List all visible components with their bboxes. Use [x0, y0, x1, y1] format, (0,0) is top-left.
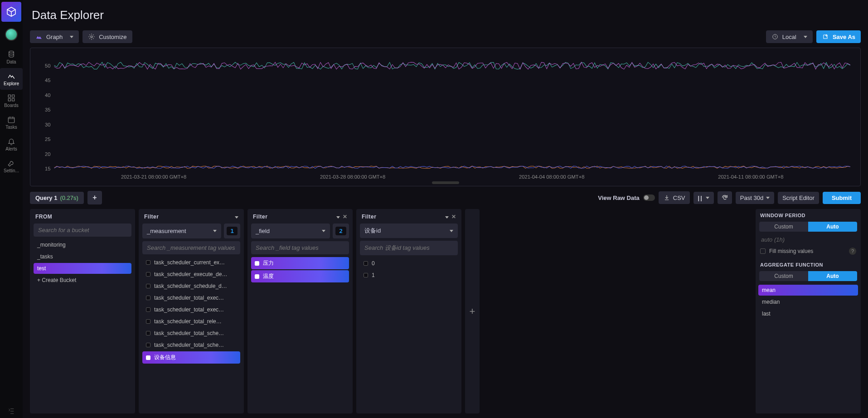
aggregate-auto[interactable]: Auto — [808, 271, 857, 281]
chevron-down-icon[interactable] — [445, 216, 449, 219]
chevron-down-icon — [706, 197, 709, 199]
svg-text:35: 35 — [45, 107, 50, 112]
save-as-button[interactable]: Save As — [816, 30, 861, 43]
list-item[interactable]: median — [758, 296, 858, 307]
list-item[interactable]: _tasks — [34, 251, 131, 262]
export-icon — [822, 33, 829, 40]
tag-value-search[interactable]: Search _measurement tag values — [142, 241, 240, 254]
tag-value-search[interactable]: Search 设备id tag values — [360, 241, 458, 255]
nav-boards[interactable]: Boards — [0, 90, 23, 112]
filter-column-device: Filter ✕ 设备id Search 设备id tag values 01 — [356, 209, 461, 413]
csv-button[interactable]: CSV — [659, 191, 690, 204]
window-custom[interactable]: Custom — [759, 222, 808, 232]
timezone-dropdown[interactable]: Local — [766, 30, 813, 43]
help-icon[interactable]: ? — [849, 248, 856, 255]
explore-icon — [7, 72, 15, 80]
list-item[interactable]: task_scheduler_schedule_d… — [142, 281, 240, 292]
refresh-button[interactable] — [718, 191, 732, 204]
nav-data[interactable]: Data — [0, 46, 23, 68]
aggregate-custom[interactable]: Custom — [759, 271, 808, 281]
app-logo[interactable] — [1, 2, 21, 22]
svg-text:25: 25 — [45, 136, 50, 142]
avatar[interactable] — [5, 28, 18, 41]
fill-label: Fill missing values — [769, 248, 813, 254]
list-item[interactable]: last — [758, 308, 858, 319]
chevron-down-icon — [322, 230, 325, 232]
nav-explore[interactable]: Explore — [0, 68, 23, 90]
list-item-label: 压力 — [263, 259, 274, 267]
tag-key-dropdown[interactable]: 设备id — [360, 224, 458, 238]
time-range-dropdown[interactable]: Past 30d — [736, 192, 774, 204]
cube-icon — [6, 6, 17, 17]
tag-key-dropdown[interactable]: _measurement — [142, 224, 221, 238]
close-icon[interactable]: ✕ — [451, 214, 456, 220]
list-item[interactable]: + Create Bucket — [34, 275, 131, 286]
resize-handle[interactable] — [432, 181, 459, 184]
svg-text:40: 40 — [45, 92, 50, 98]
svg-point-6 — [91, 36, 92, 38]
script-editor-button[interactable]: Script Editor — [778, 192, 819, 204]
customize-button[interactable]: Customize — [82, 30, 132, 43]
checkbox-icon — [255, 261, 259, 266]
submit-button[interactable]: Submit — [823, 192, 861, 204]
add-query-button[interactable]: + — [87, 191, 102, 204]
close-icon[interactable]: ✕ — [343, 214, 348, 220]
fill-missing-toggle[interactable]: Fill missing values ? — [756, 246, 861, 258]
checkbox-icon — [146, 284, 150, 288]
aggregate-toggle[interactable]: Custom Auto — [759, 271, 857, 281]
list-item-label: task_scheduler_total_exec… — [154, 295, 224, 301]
filter-title: Filter — [144, 214, 159, 220]
nav-alerts[interactable]: Alerts — [0, 133, 23, 155]
aggregate-panel: WINDOW PERIOD Custom Auto auto (1h) Fill… — [756, 209, 861, 413]
query-tab[interactable]: Query 1 (0.27s) — [30, 192, 84, 204]
plus-icon: + — [470, 306, 475, 317]
nav-label: Tasks — [5, 125, 17, 130]
checkbox-icon — [760, 248, 766, 254]
bell-icon — [7, 137, 15, 146]
list-item[interactable]: 设备信息 — [142, 351, 240, 364]
chevron-down-icon[interactable] — [336, 216, 340, 219]
svg-rect-2 — [12, 95, 15, 97]
list-item[interactable]: task_scheduler_total_exec… — [142, 292, 240, 303]
nav-settings[interactable]: Settin... — [0, 155, 23, 177]
bucket-search[interactable]: Search for a bucket — [34, 224, 131, 237]
refresh-dropdown[interactable]: || — [693, 192, 714, 204]
filter-column-measurement: Filter _measurement 1 Search _measuremen… — [139, 209, 244, 413]
add-filter-button[interactable]: + — [465, 209, 480, 413]
list-item[interactable]: task_scheduler_total_sche… — [142, 328, 240, 339]
view-type-dropdown[interactable]: Graph — [30, 30, 79, 43]
sidebar-collapse[interactable] — [0, 404, 23, 418]
list-item[interactable]: 1 — [360, 270, 458, 281]
list-item[interactable]: task_scheduler_total_exec… — [142, 304, 240, 315]
view-raw-data-toggle[interactable]: View Raw Data — [598, 194, 655, 201]
list-item-label: task_scheduler_schedule_d… — [154, 283, 227, 289]
list-item-label: + Create Bucket — [37, 277, 76, 283]
window-auto[interactable]: Auto — [808, 222, 857, 232]
list-item-label: task_scheduler_total_sche… — [154, 342, 224, 348]
list-item-label: median — [762, 299, 780, 305]
from-title: FROM — [35, 214, 52, 220]
list-item-label: _monitoring — [37, 242, 66, 248]
nav-tasks[interactable]: Tasks — [0, 112, 23, 133]
list-item-label: test — [37, 265, 46, 272]
time-series-chart[interactable]: 15202530354045502021-03-21 08:00:00 GMT+… — [36, 55, 855, 182]
list-item-label: 1 — [372, 272, 375, 278]
list-item[interactable]: task_scheduler_current_ex… — [142, 257, 240, 268]
list-item[interactable]: task_scheduler_total_rele… — [142, 316, 240, 327]
list-item[interactable]: 压力 — [251, 257, 349, 269]
list-item[interactable]: test — [34, 263, 131, 274]
list-item[interactable]: 温度 — [251, 270, 349, 282]
list-item[interactable]: 0 — [360, 258, 458, 269]
checkbox-icon — [146, 260, 150, 265]
download-icon — [663, 194, 670, 201]
list-item[interactable]: mean — [758, 285, 858, 296]
window-toggle[interactable]: Custom Auto — [759, 222, 857, 232]
chevron-down-icon[interactable] — [235, 216, 238, 219]
chevron-down-icon — [450, 230, 453, 232]
tag-key-dropdown[interactable]: _field — [251, 224, 330, 238]
tag-value-search[interactable]: Search _field tag values — [251, 241, 349, 254]
list-item[interactable]: task_scheduler_execute_de… — [142, 269, 240, 280]
list-item[interactable]: _monitoring — [34, 239, 131, 250]
filter-column-field: Filter ✕ _field 2 Search _field tag valu… — [247, 209, 353, 413]
list-item[interactable]: task_scheduler_total_sche… — [142, 340, 240, 350]
